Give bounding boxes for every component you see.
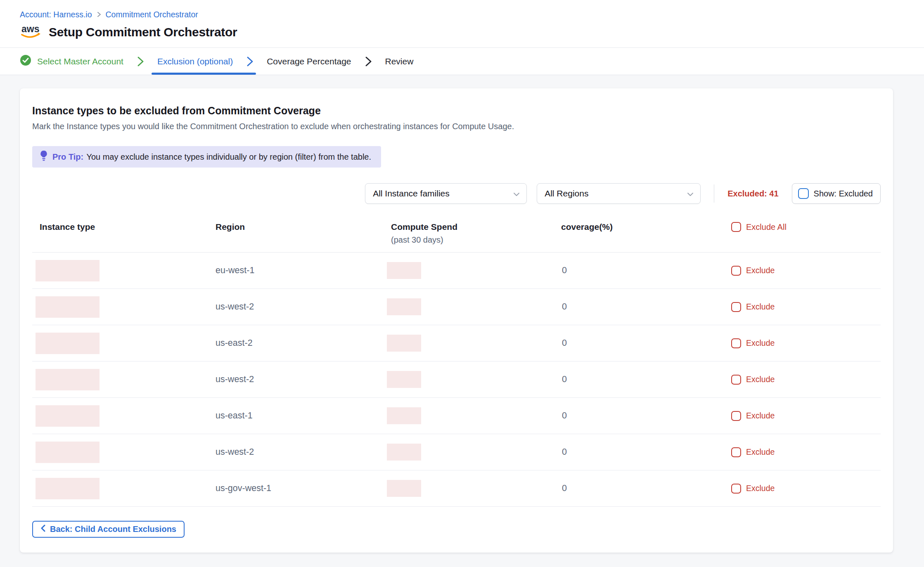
chevron-down-icon xyxy=(513,189,520,198)
chevron-right-icon xyxy=(245,56,254,67)
redacted-instance-type xyxy=(36,442,100,463)
exclude-control[interactable]: Exclude xyxy=(731,484,881,494)
panel-title: Instance types to be excluded from Commi… xyxy=(32,105,881,117)
step-label: Review xyxy=(385,57,414,66)
exclude-control[interactable]: Exclude xyxy=(731,411,881,421)
exclude-checkbox[interactable] xyxy=(731,302,741,312)
back-child-account-exclusions-button[interactable]: Back: Child Account Exclusions xyxy=(32,521,185,538)
breadcrumb-page-link[interactable]: Commitment Orchestrator xyxy=(106,10,198,19)
region-cell: eu-west-1 xyxy=(211,265,387,276)
redacted-compute-spend xyxy=(387,335,421,352)
region-cell: us-east-2 xyxy=(211,338,387,348)
exclude-checkbox[interactable] xyxy=(731,484,741,494)
svg-text:aws: aws xyxy=(21,24,39,34)
region-cell: us-east-1 xyxy=(211,411,387,421)
wizard-stepper: Select Master Account Exclusion (optiona… xyxy=(0,48,924,75)
exclude-label: Exclude xyxy=(746,484,775,493)
table-row: us-gov-west-1 0 Exclude xyxy=(32,470,881,507)
exclude-label: Exclude xyxy=(746,375,775,384)
redacted-instance-type xyxy=(36,333,100,354)
table-header: Instance type Region Compute Spend (past… xyxy=(32,222,881,253)
show-excluded-toggle[interactable]: Show: Excluded xyxy=(792,183,881,204)
redacted-compute-spend xyxy=(387,407,421,424)
column-compute-spend: Compute Spend (past 30 days) xyxy=(387,222,557,245)
step-label: Select Master Account xyxy=(37,57,123,66)
table-row: us-east-2 0 Exclude xyxy=(32,325,881,361)
region-cell: us-west-2 xyxy=(211,374,387,385)
coverage-cell: 0 xyxy=(557,374,731,385)
exclude-label: Exclude xyxy=(746,302,775,312)
coverage-cell: 0 xyxy=(557,265,731,276)
redacted-compute-spend xyxy=(387,480,421,497)
step-exclusion-optional[interactable]: Exclusion (optional) xyxy=(157,48,254,75)
chevron-right-icon xyxy=(136,56,145,67)
column-instance-type: Instance type xyxy=(32,222,211,232)
step-select-master-account[interactable]: Select Master Account xyxy=(20,48,145,75)
exclude-control[interactable]: Exclude xyxy=(731,375,881,385)
table-row: us-west-2 0 Exclude xyxy=(32,289,881,325)
chevron-left-icon xyxy=(40,524,45,534)
exclude-control[interactable]: Exclude xyxy=(731,266,881,276)
redacted-compute-spend xyxy=(387,371,421,388)
top-header: Account: Harness.io Commitment Orchestra… xyxy=(0,0,924,47)
filter-divider xyxy=(714,184,714,203)
panel-subtitle: Mark the Instance types you would like t… xyxy=(32,122,881,131)
redacted-compute-spend xyxy=(387,262,421,279)
redacted-compute-spend xyxy=(387,298,421,315)
column-coverage: coverage(%) xyxy=(557,222,731,232)
exclusion-panel: Instance types to be excluded from Commi… xyxy=(20,88,893,553)
pro-tip-label: Pro Tip: xyxy=(52,152,83,161)
exclude-label: Exclude xyxy=(746,338,775,348)
chevron-down-icon xyxy=(687,189,694,198)
exclude-all-label: Exclude All xyxy=(746,222,787,232)
table-row: eu-west-1 0 Exclude xyxy=(32,253,881,289)
table-row: us-east-1 0 Exclude xyxy=(32,398,881,434)
show-excluded-checkbox[interactable] xyxy=(798,188,809,199)
instance-families-value: All Instance families xyxy=(373,189,450,198)
redacted-instance-type xyxy=(36,369,100,390)
exclude-all-control[interactable]: Exclude All xyxy=(731,222,881,232)
breadcrumb: Account: Harness.io Commitment Orchestra… xyxy=(20,10,904,19)
exclude-control[interactable]: Exclude xyxy=(731,338,881,348)
exclude-checkbox[interactable] xyxy=(731,266,741,276)
exclude-all-checkbox[interactable] xyxy=(731,222,741,232)
instance-families-select[interactable]: All Instance families xyxy=(365,183,527,204)
back-button-label: Back: Child Account Exclusions xyxy=(50,524,176,534)
redacted-compute-spend xyxy=(387,444,421,461)
coverage-cell: 0 xyxy=(557,302,731,312)
region-cell: us-west-2 xyxy=(211,447,387,457)
coverage-cell: 0 xyxy=(557,447,731,457)
exclude-checkbox[interactable] xyxy=(731,375,741,385)
region-cell: us-west-2 xyxy=(211,302,387,312)
exclude-label: Exclude xyxy=(746,266,775,275)
coverage-cell: 0 xyxy=(557,483,731,494)
page-title: Setup Commitment Orchestrator xyxy=(49,25,237,39)
coverage-cell: 0 xyxy=(557,411,731,421)
regions-select[interactable]: All Regions xyxy=(537,183,701,204)
exclude-checkbox[interactable] xyxy=(731,338,741,348)
excluded-count-badge: Excluded: 41 xyxy=(727,189,778,198)
step-coverage-percentage[interactable]: Coverage Percentage xyxy=(267,48,372,75)
redacted-instance-type xyxy=(36,296,100,318)
column-region: Region xyxy=(211,222,387,232)
aws-logo-icon: aws xyxy=(20,24,42,41)
chevron-right-icon xyxy=(96,10,102,19)
coverage-cell: 0 xyxy=(557,338,731,348)
redacted-instance-type xyxy=(36,260,100,281)
step-review[interactable]: Review xyxy=(385,48,414,75)
region-cell: us-gov-west-1 xyxy=(211,483,387,494)
step-label: Coverage Percentage xyxy=(267,57,351,66)
exclude-control[interactable]: Exclude xyxy=(731,302,881,312)
chevron-right-icon xyxy=(364,56,373,67)
exclude-checkbox[interactable] xyxy=(731,411,741,421)
breadcrumb-account-link[interactable]: Account: Harness.io xyxy=(20,10,92,19)
table-row: us-west-2 0 Exclude xyxy=(32,361,881,398)
exclude-checkbox[interactable] xyxy=(731,447,741,457)
filter-bar: All Instance families All Regions Exclud… xyxy=(32,183,881,204)
pro-tip-text: You may exclude instance types individua… xyxy=(86,152,371,161)
redacted-instance-type xyxy=(36,478,100,499)
exclude-label: Exclude xyxy=(746,447,775,457)
regions-value: All Regions xyxy=(545,189,588,198)
check-circle-icon xyxy=(20,54,31,68)
exclude-control[interactable]: Exclude xyxy=(731,447,881,457)
